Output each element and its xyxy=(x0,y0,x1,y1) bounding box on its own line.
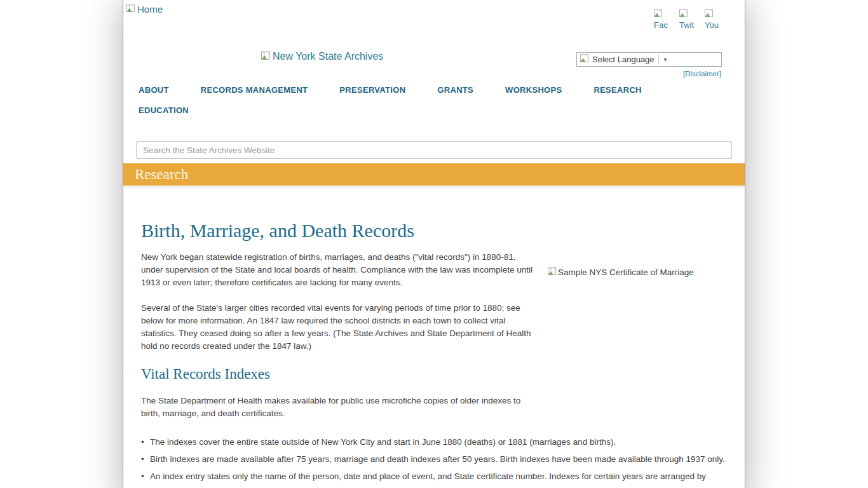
nav-item-preservation[interactable]: PRESERVATION xyxy=(339,85,405,95)
nav-item-records-management[interactable]: RECORDS MANAGEMENT xyxy=(201,85,308,95)
main-content: Birth, Marriage, and Death Records Sampl… xyxy=(123,219,745,488)
broken-image-icon xyxy=(261,50,271,63)
nav-item: WORKSHOPS xyxy=(505,85,593,95)
chevron-down-icon: ▼ xyxy=(663,57,668,63)
index-info-list: The indexes cover the entire state outsi… xyxy=(141,436,727,483)
site-logo-link[interactable]: New York State Archives xyxy=(261,50,383,63)
section-banner: Research xyxy=(123,163,745,188)
sample-certificate-image: Sample NYS Certificate of Marriage xyxy=(548,251,727,419)
page-container: Home Fac Twit You xyxy=(123,0,745,488)
site-header: Home Fac Twit You xyxy=(123,0,745,137)
list-item: The indexes cover the entire state outsi… xyxy=(141,436,727,449)
broken-image-icon xyxy=(654,8,663,20)
facebook-link[interactable]: Fac xyxy=(654,8,671,32)
social-links: Fac Twit You xyxy=(654,8,722,32)
nav-item-education[interactable]: EDUCATION xyxy=(139,105,189,115)
site-logo-alt-text: New York State Archives xyxy=(273,51,383,62)
twitter-link[interactable]: Twit xyxy=(679,8,696,32)
home-link-label: Home xyxy=(137,4,163,15)
nav-item-about[interactable]: ABOUT xyxy=(139,85,169,95)
nav-item-research[interactable]: RESEARCH xyxy=(593,85,641,95)
nav-item: ABOUT xyxy=(139,85,201,95)
search-bar xyxy=(136,141,732,159)
youtube-alt-text: You xyxy=(705,20,719,30)
broken-image-icon xyxy=(548,266,557,278)
broken-image-icon xyxy=(679,8,689,20)
nav-item: RESEARCH xyxy=(593,85,673,95)
broken-image-icon xyxy=(580,53,590,65)
list-item: Birth indexes are made available after 7… xyxy=(141,453,727,466)
language-select-dropdown[interactable]: Select Language ▼ xyxy=(576,52,722,67)
nav-item: PRESERVATION xyxy=(339,85,437,95)
facebook-alt-text: Fac xyxy=(654,20,668,30)
nav-item-grants[interactable]: GRANTS xyxy=(437,85,473,95)
nav-item: EDUCATION xyxy=(139,105,220,115)
section-title: Research xyxy=(135,166,188,182)
broken-image-icon xyxy=(126,3,136,15)
search-input[interactable] xyxy=(136,141,732,159)
home-link[interactable]: Home xyxy=(126,3,163,15)
nav-item-workshops[interactable]: WORKSHOPS xyxy=(505,85,562,95)
language-select-label: Select Language xyxy=(592,55,654,64)
divider xyxy=(658,55,659,64)
broken-image-icon xyxy=(705,8,714,20)
disclaimer-link[interactable]: [Disclaimer] xyxy=(683,70,721,78)
twitter-alt-text: Twit xyxy=(679,20,694,30)
page-title: Birth, Marriage, and Death Records xyxy=(141,219,727,242)
youtube-link[interactable]: You xyxy=(705,8,722,32)
main-nav: ABOUT RECORDS MANAGEMENT PRESERVATION GR… xyxy=(139,85,675,115)
list-item: An index entry states only the name of t… xyxy=(141,470,727,483)
nav-item: GRANTS xyxy=(437,85,505,95)
image-alt-text: Sample NYS Certificate of Marriage xyxy=(558,268,694,277)
nav-item: RECORDS MANAGEMENT xyxy=(201,85,340,95)
